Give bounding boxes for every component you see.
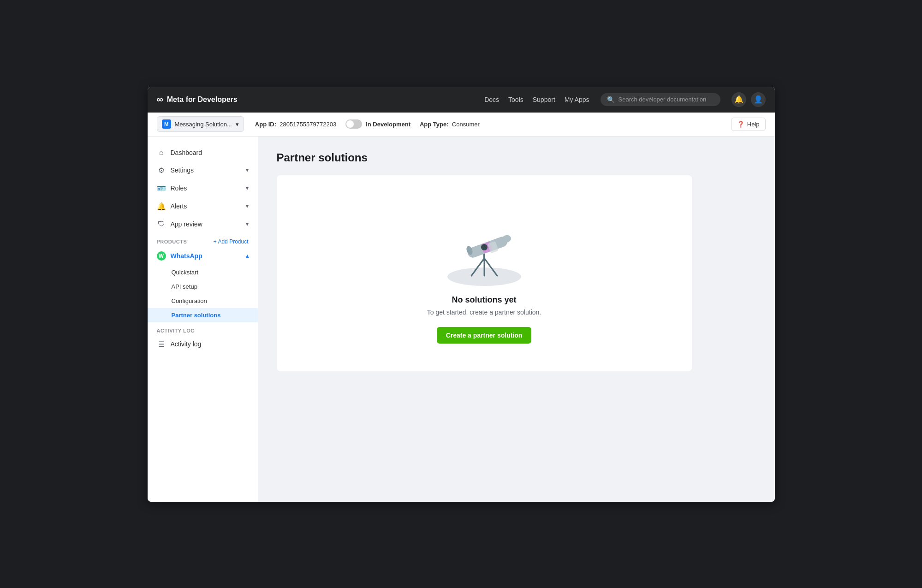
roles-chevron-icon: ▾ — [246, 185, 249, 191]
sidebar-item-whatsapp[interactable]: W WhatsApp ▴ — [148, 247, 258, 265]
empty-state-description: To get started, create a partner solutio… — [427, 309, 541, 316]
settings-gear-icon: ⚙ — [157, 166, 166, 175]
sidebar-item-label-roles: Roles — [171, 184, 187, 192]
meta-logo: ∞ Meta for Developers — [157, 94, 238, 105]
meta-logo-text: Meta for Developers — [167, 95, 238, 104]
app-review-chevron-icon: ▾ — [246, 221, 249, 227]
list-icon: ☰ — [157, 340, 166, 349]
user-avatar-icon[interactable]: 👤 — [751, 92, 766, 107]
help-icon: ❓ — [737, 121, 744, 128]
app-selector-chevron-icon: ▾ — [236, 121, 239, 128]
app-selector-name: Messaging Solution... — [175, 121, 232, 128]
empty-state-card: No solutions yet To get started, create … — [277, 175, 692, 371]
nav-link-tools[interactable]: Tools — [508, 96, 523, 103]
roles-icon: 🪪 — [157, 184, 166, 193]
app-id-label: App ID: 28051755579772203 — [255, 121, 336, 128]
nav-link-support[interactable]: Support — [533, 96, 555, 103]
products-section-label: Products + Add Product — [148, 233, 258, 247]
development-toggle[interactable] — [345, 119, 362, 129]
search-input[interactable] — [619, 96, 714, 103]
app-bar: M Messaging Solution... ▾ App ID: 280517… — [148, 113, 775, 137]
development-toggle-wrap: In Development — [345, 119, 410, 129]
nav-link-myapps[interactable]: My Apps — [565, 96, 589, 103]
app-selector-icon: M — [162, 119, 171, 129]
add-product-link[interactable]: + Add Product — [214, 238, 249, 245]
sidebar-sub-item-api-setup[interactable]: API setup — [148, 279, 258, 294]
sidebar-item-app-review[interactable]: 🛡 App review ▾ — [148, 215, 258, 233]
sidebar-sub-item-configuration[interactable]: Configuration — [148, 294, 258, 308]
development-toggle-label: In Development — [366, 121, 410, 128]
sidebar-item-label-alerts: Alerts — [171, 202, 187, 210]
sidebar-sub-item-partner-solutions[interactable]: Partner solutions — [148, 308, 258, 322]
nav-link-docs[interactable]: Docs — [484, 96, 499, 103]
sidebar-item-label-settings: Settings — [171, 166, 194, 174]
app-id-value: 28051755579772203 — [280, 121, 336, 128]
nav-icons: 🔔 👤 — [732, 92, 766, 107]
settings-chevron-icon: ▾ — [246, 167, 249, 173]
svg-point-9 — [481, 244, 488, 250]
app-bar-meta: App ID: 28051755579772203 In Development… — [255, 119, 480, 129]
sidebar-item-label-app-review: App review — [171, 220, 202, 228]
app-type-value: Consumer — [452, 121, 480, 128]
sidebar-sub-item-quickstart[interactable]: Quickstart — [148, 265, 258, 279]
create-partner-solution-button[interactable]: Create a partner solution — [437, 327, 532, 344]
meta-logo-icon: ∞ — [157, 94, 163, 105]
sidebar-item-roles[interactable]: 🪪 Roles ▾ — [148, 179, 258, 197]
notification-bell-icon[interactable]: 🔔 — [732, 92, 746, 107]
help-button[interactable]: ❓ Help — [731, 118, 766, 131]
sidebar-item-label-dashboard: Dashboard — [171, 149, 202, 156]
sidebar-item-label-activity-log: Activity log — [171, 340, 202, 348]
bell-icon: 🔔 — [157, 202, 166, 211]
main-content: Partner solutions — [258, 137, 775, 502]
sidebar-item-activity-log[interactable]: ☰ Activity log — [148, 335, 258, 353]
app-type-label: App Type: Consumer — [420, 121, 480, 128]
app-selector[interactable]: M Messaging Solution... ▾ — [157, 116, 244, 132]
home-icon: ⌂ — [157, 148, 166, 157]
main-layout: ⌂ Dashboard ⚙ Settings ▾ 🪪 Roles ▾ 🔔 Ale… — [148, 137, 775, 502]
whatsapp-icon: W — [157, 251, 166, 261]
sidebar-item-alerts[interactable]: 🔔 Alerts ▾ — [148, 197, 258, 215]
sidebar: ⌂ Dashboard ⚙ Settings ▾ 🪪 Roles ▾ 🔔 Ale… — [148, 137, 258, 502]
page-title: Partner solutions — [277, 151, 756, 164]
sidebar-item-dashboard[interactable]: ⌂ Dashboard — [148, 144, 258, 161]
telescope-illustration — [438, 203, 530, 286]
activity-log-section-label: Activity log — [148, 322, 258, 335]
nav-links: Docs Tools Support My Apps — [484, 96, 589, 103]
shield-icon: 🛡 — [157, 220, 166, 228]
search-icon: 🔍 — [607, 96, 615, 103]
sidebar-item-label-whatsapp: WhatsApp — [171, 252, 202, 260]
top-navigation: ∞ Meta for Developers Docs Tools Support… — [148, 87, 775, 113]
sidebar-item-settings[interactable]: ⚙ Settings ▾ — [148, 161, 258, 179]
empty-state-title: No solutions yet — [452, 295, 516, 305]
whatsapp-chevron-icon: ▴ — [246, 253, 249, 259]
search-box[interactable]: 🔍 — [601, 93, 720, 106]
alerts-chevron-icon: ▾ — [246, 203, 249, 209]
